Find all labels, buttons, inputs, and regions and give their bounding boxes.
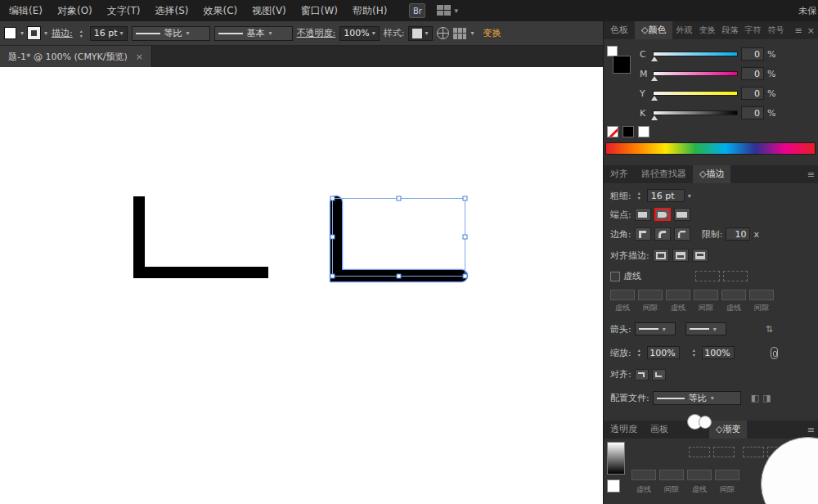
- black-swatch[interactable]: [622, 126, 634, 137]
- dash-field-1[interactable]: [610, 290, 635, 300]
- dash-align-button[interactable]: [723, 271, 748, 281]
- stroke-weight-caret-icon[interactable]: ▾: [120, 29, 124, 37]
- miter-join-button[interactable]: [635, 227, 651, 241]
- color-spectrum-bar[interactable]: [605, 142, 816, 155]
- align-inside-button[interactable]: [672, 249, 689, 262]
- miter-limit-value[interactable]: 10: [726, 227, 750, 241]
- dock-transform[interactable]: 变换: [695, 25, 718, 36]
- scale-start-stepper[interactable]: ▴▾: [635, 345, 644, 360]
- workspace-layout-icon[interactable]: [437, 5, 452, 16]
- handle-bottom-right[interactable]: [463, 274, 467, 278]
- menu-type[interactable]: 文字(T): [100, 0, 148, 21]
- tab-pathfinder[interactable]: 路径查找器: [635, 165, 693, 183]
- dock-character[interactable]: 字符: [741, 25, 764, 36]
- stroke-proxy-swatch[interactable]: [613, 56, 631, 74]
- cyan-value[interactable]: 0: [741, 47, 764, 61]
- stroke-panel-menu-icon[interactable]: ≡: [807, 169, 815, 180]
- selection-handles[interactable]: [330, 196, 467, 278]
- scale-end-value[interactable]: 100%: [702, 346, 735, 359]
- stroke-panel-link[interactable]: 描边:: [52, 27, 73, 39]
- dash-field-2[interactable]: [666, 290, 690, 300]
- dash-field-3[interactable]: [721, 290, 746, 300]
- gap-field-3[interactable]: [749, 290, 774, 300]
- link-scale-icon[interactable]: [771, 347, 778, 359]
- dash-preserve-button[interactable]: [695, 271, 720, 281]
- preferences-grid-icon[interactable]: [453, 28, 466, 39]
- transform-link[interactable]: 变换: [483, 27, 501, 39]
- fill-color-swatch[interactable]: [4, 27, 16, 39]
- arrow-end-dropdown[interactable]: ▾: [685, 322, 726, 335]
- menu-select[interactable]: 选择(S): [147, 0, 196, 21]
- opacity-panel-link[interactable]: 不透明度:: [297, 27, 336, 39]
- gap-field-2[interactable]: [694, 290, 718, 300]
- selection-bounding-box[interactable]: [333, 199, 465, 277]
- gradient-stop-swatch[interactable]: [607, 479, 620, 493]
- bridge-icon[interactable]: Br: [409, 3, 425, 18]
- stroke-weight-value[interactable]: 16 pt ▾: [90, 26, 128, 41]
- magenta-value[interactable]: 0: [741, 67, 764, 80]
- weight-stepper[interactable]: ▴▾: [635, 188, 644, 203]
- bevel-join-button[interactable]: [674, 227, 690, 241]
- preferences-caret-icon[interactable]: ▾: [470, 29, 474, 37]
- bottom-gap-field-2[interactable]: [715, 470, 739, 480]
- handle-mid-right[interactable]: [463, 235, 467, 239]
- handle-bottom-left[interactable]: [330, 274, 335, 278]
- l-shape-butt-cap[interactable]: [139, 196, 268, 272]
- profile-dropdown[interactable]: 等比 ▾: [653, 391, 741, 405]
- black-slider[interactable]: [653, 110, 738, 115]
- gradient-fill-thumbnail[interactable]: [607, 442, 625, 475]
- menu-window[interactable]: 窗口(W): [294, 0, 345, 21]
- gap-field-1[interactable]: [638, 290, 663, 300]
- opacity-caret-icon[interactable]: ▾: [372, 29, 375, 37]
- butt-cap-button[interactable]: [635, 208, 651, 221]
- handle-top-right[interactable]: [463, 196, 467, 200]
- tab-gradient[interactable]: ◇渐变: [709, 421, 747, 439]
- document-close-icon[interactable]: ×: [136, 52, 143, 62]
- align-tip-button[interactable]: [635, 369, 649, 380]
- flip-across-icon[interactable]: ◧: [751, 393, 759, 403]
- yellow-value[interactable]: 0: [741, 87, 764, 100]
- workspace-caret-icon[interactable]: ▾: [454, 7, 458, 15]
- fill-stroke-indicator[interactable]: [607, 46, 635, 82]
- stroke-color-swatch[interactable]: [28, 27, 40, 39]
- yellow-slider[interactable]: [653, 91, 738, 96]
- white-swatch[interactable]: [638, 126, 649, 137]
- bottom-dash-outline-2[interactable]: [713, 447, 735, 457]
- magenta-slider[interactable]: [653, 71, 738, 76]
- dock-symbols[interactable]: 符号: [764, 25, 787, 36]
- projecting-cap-button[interactable]: [674, 208, 690, 221]
- scale-start-value[interactable]: 100%: [647, 346, 680, 359]
- round-join-button[interactable]: [654, 227, 671, 241]
- flip-along-icon[interactable]: ◨: [762, 393, 771, 403]
- cyan-slider-thumb[interactable]: [651, 56, 658, 61]
- bottom-dash-field-2[interactable]: [687, 470, 712, 480]
- menu-help[interactable]: 帮助(H): [345, 0, 394, 21]
- black-value[interactable]: 0: [741, 106, 764, 119]
- arrow-start-dropdown[interactable]: ▾: [635, 322, 676, 335]
- menu-view[interactable]: 视图(V): [245, 0, 294, 21]
- menu-edit[interactable]: 编辑(E): [2, 0, 50, 21]
- tab-swatches[interactable]: 色板: [604, 21, 635, 39]
- color-panel-menu-icon[interactable]: ≡: [795, 25, 802, 36]
- bottom-panel-menu-icon[interactable]: ≡: [807, 425, 815, 435]
- bottom-dash-field-1[interactable]: [631, 470, 656, 480]
- handle-mid-left[interactable]: [330, 235, 335, 239]
- brush-definition-dropdown[interactable]: 基本 ▾: [214, 26, 293, 41]
- scale-end-stepper[interactable]: ▴▾: [690, 345, 699, 360]
- weight-value[interactable]: 16 pt: [647, 189, 685, 202]
- handle-top-center[interactable]: [397, 196, 401, 200]
- none-color-swatch[interactable]: [607, 126, 618, 137]
- tab-stroke[interactable]: ◇描边: [693, 165, 730, 183]
- cyan-slider[interactable]: [653, 52, 738, 56]
- align-end-button[interactable]: [652, 369, 666, 380]
- menu-object[interactable]: 对象(O): [50, 0, 100, 21]
- magenta-slider-thumb[interactable]: [651, 76, 658, 81]
- handle-top-left[interactable]: [330, 196, 335, 200]
- swap-arrowheads-icon[interactable]: ⇅: [766, 324, 773, 335]
- black-slider-thumb[interactable]: [651, 115, 658, 120]
- l-shape-round-cap-selected[interactable]: [336, 202, 461, 276]
- round-cap-button-highlighted[interactable]: [654, 208, 671, 221]
- color-panel-close-icon[interactable]: ×: [807, 25, 815, 36]
- tab-artboards[interactable]: 画板: [644, 421, 675, 439]
- dock-paragraph[interactable]: 段落: [718, 25, 741, 36]
